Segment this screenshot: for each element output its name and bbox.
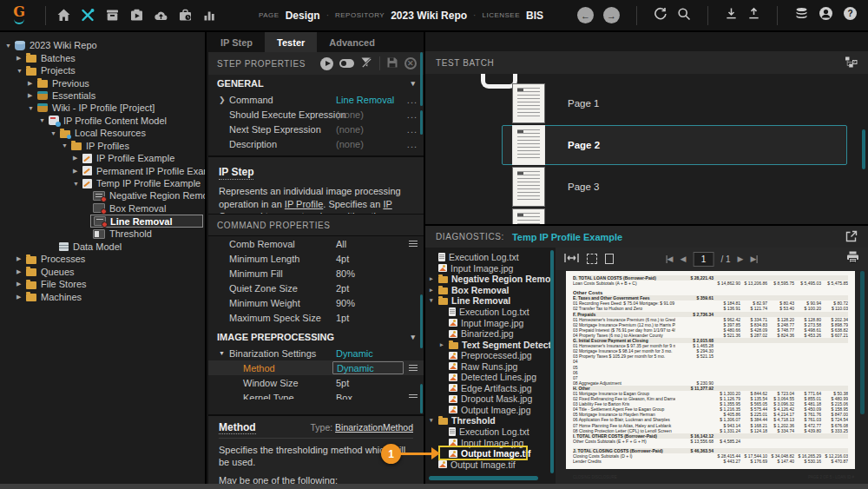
batch-page-page-4[interactable]: Page 4 xyxy=(425,208,868,224)
property-row-quiet-zone[interactable]: Quiet Zone Size 2pt xyxy=(208,281,424,295)
property-value[interactable]: 2pt xyxy=(336,283,349,294)
scrollbar-thumb[interactable] xyxy=(862,129,865,169)
expander-icon[interactable]: ▼ xyxy=(219,350,229,356)
grooper-logo[interactable]: G xyxy=(0,6,38,24)
scrollbar-thumb[interactable] xyxy=(420,110,423,135)
diag-item-execution-log-txt[interactable]: Execution Log.txt xyxy=(425,307,550,318)
expander-icon[interactable]: ▶ xyxy=(73,155,82,162)
property-value[interactable]: 4pt xyxy=(336,254,349,264)
diag-item-output-image-tif[interactable]: Output Image.tif xyxy=(425,459,550,470)
expander-icon[interactable]: ▶ xyxy=(16,255,26,262)
binarization-method-link[interactable]: BinarizationMethod xyxy=(335,422,413,433)
nav-item-negative-region-removal[interactable]: Negative Region Removal xyxy=(0,189,205,202)
ellipsis-button[interactable]: ... xyxy=(407,124,418,135)
nav-item-processes[interactable]: ▶Processes xyxy=(0,253,205,265)
select-region-icon[interactable] xyxy=(587,254,597,264)
expand-arrow-icon[interactable]: ❯ xyxy=(219,96,229,104)
back-icon[interactable]: ← xyxy=(577,7,594,23)
expander-icon[interactable]: ▼ xyxy=(39,117,49,123)
page-thumbnail[interactable] xyxy=(512,125,545,165)
diag-item-box-removal[interactable]: ▸Box Removal xyxy=(425,285,550,296)
property-value[interactable]: (none) xyxy=(336,139,364,149)
expander-icon[interactable]: ▶ xyxy=(28,92,37,99)
property-value[interactable]: Line Removal xyxy=(336,95,394,105)
property-value[interactable]: All xyxy=(336,239,346,249)
batch-process-icon[interactable] xyxy=(129,9,144,22)
search-icon[interactable] xyxy=(677,7,691,24)
expander-icon[interactable]: ▶ xyxy=(28,80,37,87)
ellipsis-button[interactable]: ... xyxy=(407,109,418,120)
nav-item-batches[interactable]: ▶Batches xyxy=(0,51,205,63)
batches-icon[interactable] xyxy=(105,9,120,22)
diag-item-negative-region-removal[interactable]: ▸Negative Region Removal xyxy=(425,274,550,285)
scrollbar-thumb[interactable] xyxy=(429,476,538,480)
tab-advanced[interactable]: Advanced xyxy=(317,32,387,52)
nav-item-previous[interactable]: ▶Previous xyxy=(0,76,205,89)
page-number-input[interactable]: 1 xyxy=(693,252,713,267)
batch-page-page-3[interactable]: Page 3 xyxy=(425,166,868,208)
first-page-icon[interactable]: ◀ xyxy=(667,254,674,263)
property-value[interactable]: 90% xyxy=(336,298,355,308)
expander-icon[interactable]: ▼ xyxy=(73,181,82,187)
design-tools-icon[interactable] xyxy=(81,9,95,22)
document-preview[interactable]: D. TOTAL LOAN COSTS (Borrower-Paid)$ 28,… xyxy=(566,271,855,469)
nav-item-temp-ip-profile-example[interactable]: ▼Temp IP Profile Example xyxy=(0,177,205,189)
diag-item-dropout-mask-jpg[interactable]: Dropout Mask.jpg xyxy=(425,393,550,405)
batch-page-page-2[interactable]: Page 2 xyxy=(425,124,868,166)
diag-item-line-removal[interactable]: ▾Line Removal xyxy=(425,295,550,307)
scrollbar-thumb[interactable] xyxy=(420,384,423,413)
expander-icon[interactable]: ▸ xyxy=(430,287,438,294)
property-value[interactable]: 80% xyxy=(336,268,355,279)
nav-item-queues[interactable]: ▶Queues xyxy=(0,265,205,277)
scrollbar-thumb[interactable] xyxy=(420,52,423,106)
nav-item-wiki-ip-profile-project[interactable]: ▼Wiki - IP Profile [Project] xyxy=(0,102,205,114)
pages-icon[interactable] xyxy=(605,254,614,264)
save-icon[interactable] xyxy=(386,56,398,70)
property-row-binarization[interactable]: ▼ Binarization Settings Dynamic xyxy=(208,346,424,360)
menu-icon[interactable] xyxy=(409,394,418,400)
property-value[interactable]: (none) xyxy=(336,124,364,135)
expander-icon[interactable]: ▼ xyxy=(62,142,71,149)
diag-item-input-image-jpg[interactable]: Input Image.jpg xyxy=(425,263,550,274)
expander-icon[interactable]: ▸ xyxy=(440,341,449,348)
home-icon[interactable] xyxy=(56,9,71,22)
expander-icon[interactable]: ▸ xyxy=(430,275,438,282)
ellipsis-button[interactable]: ... xyxy=(407,95,418,105)
nav-item-ip-profile-content-model[interactable]: ▼IP Profile Content Model xyxy=(0,115,205,127)
nav-item-essentials[interactable]: ▶Essentials xyxy=(0,89,205,102)
cancel-icon[interactable]: ✕ xyxy=(404,57,417,69)
diag-item-execution-log-txt[interactable]: Execution Log.txt xyxy=(425,426,550,438)
hierarchy-icon[interactable] xyxy=(845,56,858,69)
diagnostics-subtitle[interactable]: Temp IP Profile Example xyxy=(512,232,622,242)
user-icon[interactable] xyxy=(819,6,833,24)
nav-item-machines[interactable]: ▶Machines xyxy=(0,290,205,302)
property-value[interactable]: Box xyxy=(336,393,352,400)
toggle-icon[interactable] xyxy=(339,59,354,68)
expander-icon[interactable]: ▼ xyxy=(5,43,15,49)
nav-item-threshold[interactable]: Threshold xyxy=(0,228,205,240)
nav-item-local-resources[interactable]: ▼Local Resources xyxy=(0,127,205,139)
diag-item-threshold[interactable]: ▾Threshold xyxy=(425,415,550,426)
diag-item-detected-lines-jpg[interactable]: Detected Lines.jpg xyxy=(425,372,550,383)
refresh-icon[interactable] xyxy=(654,7,667,24)
nav-item-ip-profile-example[interactable]: ▶IP Profile Example xyxy=(0,152,205,164)
property-row-next-step[interactable]: Next Step Expression (none) ... xyxy=(208,122,424,136)
property-row-method[interactable]: Method Dynamic xyxy=(208,360,424,375)
tab-tester[interactable]: Tester xyxy=(265,32,317,52)
property-row-description[interactable]: Description (none) ... xyxy=(208,136,424,151)
expander-icon[interactable]: ▶ xyxy=(16,268,26,275)
property-row-minimum-length[interactable]: Minimum Length 4pt xyxy=(208,251,424,266)
property-value[interactable]: Dynamic xyxy=(336,348,373,359)
diag-item-raw-runs-jpg[interactable]: Raw Runs.jpg xyxy=(425,360,550,372)
expander-icon[interactable]: ▼ xyxy=(16,68,26,74)
expander-icon[interactable]: ▼ xyxy=(50,130,60,136)
expander-icon[interactable]: ▶ xyxy=(16,55,26,62)
property-row-minimum-weight[interactable]: Minimum Weight 90% xyxy=(208,295,424,310)
property-value[interactable]: 5pt xyxy=(336,378,349,388)
scrollbar-thumb[interactable] xyxy=(550,250,554,473)
print-icon[interactable] xyxy=(846,251,859,267)
expander-icon[interactable]: ▾ xyxy=(430,297,438,304)
expander-icon[interactable]: ▶ xyxy=(73,168,82,175)
expander-icon[interactable]: ▼ xyxy=(28,105,37,111)
menu-icon[interactable] xyxy=(409,241,418,247)
